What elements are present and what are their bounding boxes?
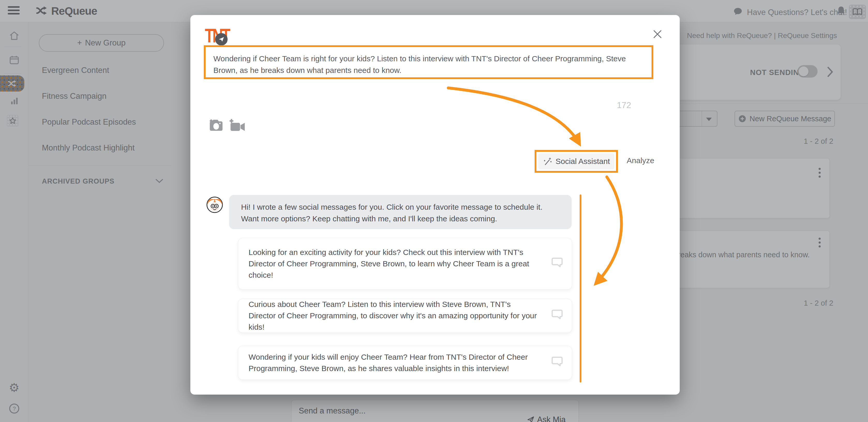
paper-plane-icon <box>218 36 225 43</box>
tab-social-assistant[interactable]: Social Assistant <box>538 153 614 169</box>
speech-bubble-icon <box>551 256 563 271</box>
social-assistant-annotation-box: Social Assistant <box>535 150 618 173</box>
suggestion-card-3[interactable]: Wondering if your kids will enjoy Cheer … <box>238 346 572 380</box>
close-icon[interactable] <box>651 28 664 40</box>
social-message-modal: TNT Wondering if Cheer Team is right for… <box>190 15 680 395</box>
requeue-app: ReQueue Have Questions? Let's chat! <box>0 0 868 422</box>
greeting-line-1: Hi! I wrote a few social messages for yo… <box>241 201 561 213</box>
suggestion-card-2[interactable]: Curious about Cheer Team? Listen to this… <box>238 299 572 333</box>
character-count: 172 <box>617 100 631 110</box>
suggestion-text: Wondering if your kids will enjoy Cheer … <box>249 351 538 374</box>
social-assistant-label: Social Assistant <box>556 157 610 166</box>
magic-wand-icon <box>542 157 552 166</box>
social-profile-badge <box>215 33 227 45</box>
speech-bubble-icon <box>551 308 563 323</box>
add-video-icon[interactable] <box>229 119 246 133</box>
suggestion-text: Looking for an exciting activity for you… <box>249 247 538 281</box>
speech-bubble-icon <box>551 355 563 370</box>
add-photo-icon[interactable] <box>208 118 223 133</box>
mia-avatar <box>207 197 223 213</box>
greeting-line-2: Want more options? Keep chatting with me… <box>241 213 561 224</box>
suggestion-text: Curious about Cheer Team? Listen to this… <box>249 299 538 333</box>
suggestion-card-1[interactable]: Looking for an exciting activity for you… <box>238 238 572 290</box>
message-textarea[interactable]: Wondering if Cheer Team is right for you… <box>204 45 653 79</box>
annotation-vertical-line <box>580 194 582 383</box>
tab-analyze[interactable]: Analyze <box>627 156 654 165</box>
assistant-greeting-bubble: Hi! I wrote a few social messages for yo… <box>229 195 571 229</box>
